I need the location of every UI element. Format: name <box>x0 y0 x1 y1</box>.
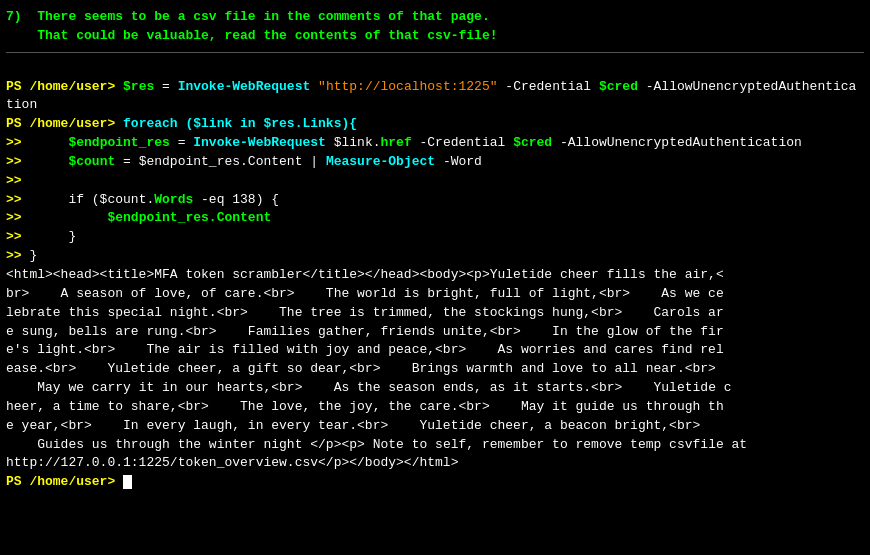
html-output-line1: <html><head><title>MFA token scrambler</… <box>6 266 864 285</box>
comment-line-1: 7) There seems to be a csv file in the c… <box>6 8 864 27</box>
html-output-line5: e's light.<br> The air is filled with jo… <box>6 341 864 360</box>
ps-cont-6: >> } <box>6 247 864 266</box>
ps-cont-1: >> $endpoint_res = Invoke-WebRequest $li… <box>6 134 864 153</box>
ps-cont-blank: >> <box>6 172 864 191</box>
separator <box>6 52 864 53</box>
html-output-line2: br> A season of love, of care.<br> The w… <box>6 285 864 304</box>
blank-line <box>6 59 864 78</box>
html-output-line4: e sung, bells are rung.<br> Families gat… <box>6 323 864 342</box>
html-output-line3: lebrate this special night.<br> The tree… <box>6 304 864 323</box>
terminal-cursor <box>123 475 132 489</box>
ps-cmd-1: PS /home/user> $res = Invoke-WebRequest … <box>6 78 864 116</box>
ps-cont-3: >> if ($count.Words -eq 138) { <box>6 191 864 210</box>
ps-cont-2: >> $count = $endpoint_res.Content | Meas… <box>6 153 864 172</box>
ps-cont-4: >> $endpoint_res.Content <box>6 209 864 228</box>
ps-cmd-2: PS /home/user> foreach ($link in $res.Li… <box>6 115 864 134</box>
final-prompt-line[interactable]: PS /home/user> <box>6 473 864 492</box>
html-output-line9: e year,<br> In every laugh, in every tea… <box>6 417 864 436</box>
html-output-line6: ease.<br> Yuletide cheer, a gift so dear… <box>6 360 864 379</box>
ps-cont-5: >> } <box>6 228 864 247</box>
html-output-line8: heer, a time to share,<br> The love, the… <box>6 398 864 417</box>
html-output-line10: Guides us through the winter night </p><… <box>6 436 864 455</box>
terminal: 7) There seems to be a csv file in the c… <box>0 0 870 555</box>
html-output-line7: May we carry it in our hearts,<br> As th… <box>6 379 864 398</box>
html-output-line11: http://127.0.0.1:1225/token_overview.csv… <box>6 454 864 473</box>
comment-line-2: That could be valuable, read the content… <box>6 27 864 46</box>
